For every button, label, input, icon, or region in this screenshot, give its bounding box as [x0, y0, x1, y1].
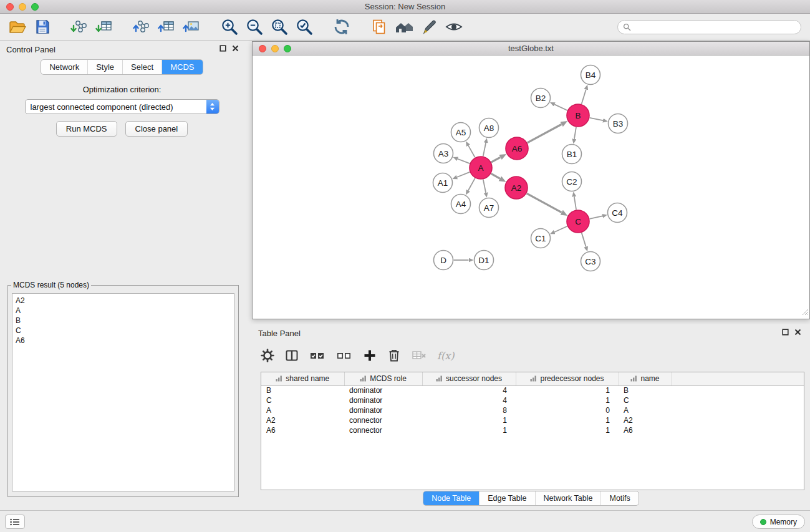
edge-C-C2[interactable]	[574, 196, 576, 210]
node-A8[interactable]: A8	[480, 118, 499, 138]
edge-A-A4[interactable]	[468, 178, 475, 191]
edge-A-A3[interactable]	[458, 159, 470, 163]
deselect-all-button[interactable]	[336, 349, 352, 362]
show-hide-button[interactable]	[443, 16, 465, 38]
column-header-mcds-role[interactable]: MCDS role	[344, 372, 422, 385]
node-B2[interactable]: B2	[531, 89, 551, 108]
result-item[interactable]: B	[16, 316, 231, 326]
node-C4[interactable]: C4	[608, 203, 627, 223]
result-item[interactable]: C	[16, 326, 231, 336]
table-row[interactable]: A2 connector 1 1 A2	[261, 415, 804, 425]
node-A[interactable]: A	[470, 157, 492, 179]
toggle-details-button[interactable]	[418, 16, 440, 38]
mcds-result-list[interactable]: A2 A B C A6	[12, 293, 234, 491]
export-network-button[interactable]	[131, 16, 153, 38]
delete-table-button[interactable]	[412, 349, 427, 362]
window-resize-grip[interactable]	[801, 307, 809, 318]
select-all-button[interactable]	[309, 349, 325, 362]
zoom-in-button[interactable]	[218, 16, 241, 38]
edge-C-C4[interactable]	[590, 216, 603, 219]
edge-C-C3[interactable]	[582, 233, 586, 246]
node-B1[interactable]: B1	[562, 145, 582, 164]
import-network-button[interactable]	[69, 16, 91, 38]
result-item[interactable]: A6	[16, 336, 231, 346]
tab-motifs[interactable]: Motifs	[600, 491, 638, 505]
column-header-shared-name[interactable]: shared name	[261, 372, 344, 385]
apply-layout-button[interactable]	[330, 16, 353, 38]
node-D1[interactable]: D1	[475, 251, 494, 270]
function-builder-button[interactable]: f(x)	[437, 350, 454, 362]
node-table-container[interactable]: shared name MCDS role successor nodes pr…	[261, 372, 804, 490]
node-B3[interactable]: B3	[609, 114, 628, 133]
open-session-button[interactable]	[6, 16, 29, 38]
edge-A-A7[interactable]	[483, 180, 486, 193]
close-panel-icon[interactable]	[794, 329, 801, 336]
edge-A2-C[interactable]	[527, 193, 562, 213]
edge-A-A2[interactable]	[491, 173, 500, 178]
column-header-successor-nodes[interactable]: successor nodes	[422, 372, 516, 385]
export-table-button[interactable]	[156, 16, 178, 38]
float-panel-icon[interactable]	[219, 45, 226, 52]
node-B[interactable]: B	[567, 104, 589, 127]
criterion-dropdown[interactable]: largest connected component (directed)	[25, 99, 219, 114]
node-C2[interactable]: C2	[562, 172, 582, 191]
tab-edge-table[interactable]: Edge Table	[479, 491, 534, 505]
new-network-button[interactable]	[368, 16, 390, 38]
search-box[interactable]	[617, 20, 801, 34]
node-A2[interactable]: A2	[505, 177, 528, 199]
node-A3[interactable]: A3	[434, 144, 453, 163]
node-A6[interactable]: A6	[506, 137, 528, 160]
edge-B-B4[interactable]	[582, 89, 586, 104]
network-window-titlebar[interactable]: testGlobe.txt	[253, 42, 809, 56]
edge-A-A1[interactable]	[457, 172, 470, 177]
search-input[interactable]	[634, 22, 796, 31]
edge-B-B1[interactable]	[574, 127, 576, 139]
zoom-fit-button[interactable]	[268, 16, 291, 38]
tab-style[interactable]: Style	[87, 60, 122, 74]
save-session-button[interactable]	[31, 16, 54, 38]
edge-A-A5[interactable]	[468, 145, 475, 157]
node-A5[interactable]: A5	[451, 123, 471, 142]
tab-mcds[interactable]: MCDS	[162, 60, 202, 74]
table-settings-button[interactable]	[261, 349, 274, 362]
node-B4[interactable]: B4	[581, 65, 600, 85]
edge-A-A6[interactable]	[491, 157, 501, 162]
edge-B-B3[interactable]	[590, 118, 603, 120]
delete-row-button[interactable]	[387, 349, 401, 362]
node-C1[interactable]: C1	[531, 229, 551, 248]
zoom-out-button[interactable]	[243, 16, 266, 38]
tab-select[interactable]: Select	[122, 60, 162, 74]
show-columns-button[interactable]	[285, 349, 299, 362]
import-table-button[interactable]	[94, 16, 116, 38]
table-row[interactable]: B dominator 4 1 B	[261, 385, 804, 395]
table-row[interactable]: A dominator 8 0 A	[261, 405, 804, 415]
column-header-name[interactable]: name	[619, 372, 672, 385]
table-row[interactable]: A6 connector 1 1 A6	[261, 425, 804, 435]
node-A4[interactable]: A4	[451, 195, 471, 214]
network-canvas[interactable]: B4B2BB3A5A8A6B1A3AC2A1A2A4A7CC4C1C3DD1	[253, 56, 809, 319]
task-history-button[interactable]	[5, 515, 25, 529]
close-panel-button[interactable]: Close panel	[125, 121, 188, 137]
column-header-predecessor-nodes[interactable]: predecessor nodes	[516, 372, 619, 385]
zoom-selected-button[interactable]	[293, 16, 316, 38]
add-row-button[interactable]	[363, 349, 377, 362]
edge-B-B2[interactable]	[554, 104, 567, 110]
node-C3[interactable]: C3	[581, 252, 600, 271]
tab-network-table[interactable]: Network Table	[535, 491, 601, 505]
window-titlebar[interactable]: Session: New Session	[0, 0, 810, 14]
table-row[interactable]: C dominator 4 1 C	[261, 395, 804, 405]
node-A7[interactable]: A7	[480, 198, 499, 218]
memory-button[interactable]: Memory	[752, 515, 805, 529]
export-image-button[interactable]	[181, 16, 203, 38]
edge-A-A8[interactable]	[483, 143, 486, 156]
result-item[interactable]: A2	[16, 296, 231, 306]
node-A1[interactable]: A1	[433, 173, 453, 193]
run-mcds-button[interactable]: Run MCDS	[56, 121, 117, 137]
tab-network[interactable]: Network	[41, 60, 87, 74]
result-item[interactable]: A	[16, 306, 231, 316]
node-C[interactable]: C	[567, 210, 589, 233]
node-D[interactable]: D	[434, 251, 453, 270]
network-overview-button[interactable]	[393, 16, 415, 38]
tab-node-table[interactable]: Node Table	[423, 491, 479, 505]
float-panel-icon[interactable]	[782, 329, 789, 336]
